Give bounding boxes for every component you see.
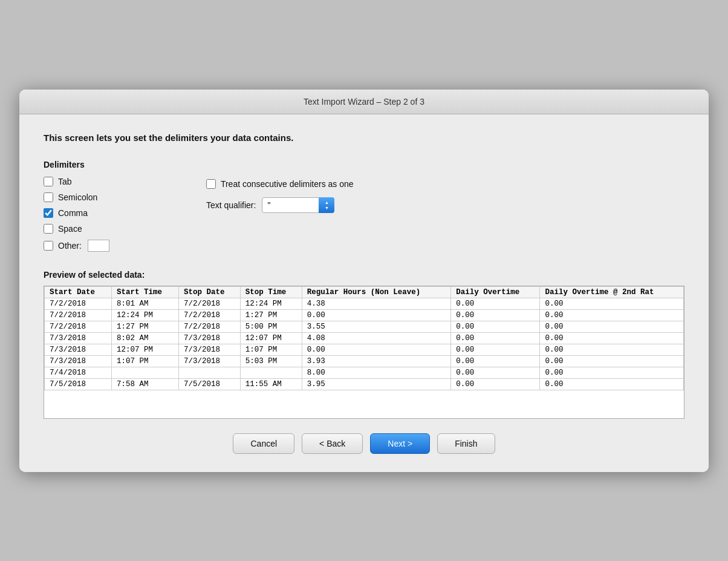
back-button[interactable]: < Back <box>302 433 363 454</box>
table-row: 7/3/20188:02 AM7/3/201812:07 PM4.080.000… <box>45 332 684 344</box>
wizard-window: Text Import Wizard – Step 2 of 3 This sc… <box>19 90 709 472</box>
col-daily-ot-2nd: Daily Overtime @ 2nd Rat <box>540 286 684 298</box>
col-start-date: Start Date <box>45 286 112 298</box>
consecutive-checkbox[interactable] <box>206 179 216 189</box>
table-row: 7/3/20181:07 PM7/3/20185:03 PM3.930.000.… <box>45 355 684 367</box>
col-stop-date: Stop Date <box>178 286 240 298</box>
button-row: Cancel < Back Next > Finish <box>44 433 684 454</box>
table-row: 7/3/201812:07 PM7/3/20181:07 PM0.000.000… <box>45 344 684 355</box>
space-row: Space <box>44 224 109 234</box>
titlebar: Text Import Wizard – Step 2 of 3 <box>19 90 709 114</box>
space-checkbox[interactable] <box>44 224 53 234</box>
preview-table: Start Date Start Time Stop Date Stop Tim… <box>44 286 684 390</box>
table-row: 7/2/201812:24 PM7/2/20181:27 PM0.000.000… <box>45 309 684 321</box>
delimiters-section-label: Delimiters <box>44 160 684 169</box>
comma-checkbox[interactable] <box>44 208 53 218</box>
semicolon-checkbox[interactable] <box>44 192 53 202</box>
description-text: This screen lets you set the delimiters … <box>44 133 684 143</box>
delimiter-right-options: Treat consecutive delimiters as one Text… <box>206 179 354 252</box>
space-label[interactable]: Space <box>58 224 82 234</box>
tab-row: Tab <box>44 177 109 186</box>
qualifier-select-wrapper: " ' {none} <box>262 197 334 213</box>
col-daily-ot: Daily Overtime <box>451 286 540 298</box>
preview-box[interactable]: Start Date Start Time Stop Date Stop Tim… <box>44 286 684 419</box>
preview-label: Preview of selected data: <box>44 270 684 280</box>
table-row: 7/2/20188:01 AM7/2/201812:24 PM4.380.000… <box>45 298 684 309</box>
col-start-time: Start Time <box>111 286 178 298</box>
table-header-row: Start Date Start Time Stop Date Stop Tim… <box>45 286 684 298</box>
preview-section: Preview of selected data: Start Date Sta… <box>44 270 684 419</box>
other-checkbox[interactable] <box>44 241 53 251</box>
other-row: Other: <box>44 240 109 252</box>
consecutive-label[interactable]: Treat consecutive delimiters as one <box>221 179 354 189</box>
qualifier-label: Text qualifier: <box>206 200 256 210</box>
next-button[interactable]: Next > <box>370 433 430 454</box>
window-content: This screen lets you set the delimiters … <box>19 114 709 472</box>
other-label[interactable]: Other: <box>58 241 82 251</box>
col-stop-time: Stop Time <box>240 286 302 298</box>
delimiters-section: Tab Semicolon Comma Space Other: <box>44 177 684 252</box>
tab-label[interactable]: Tab <box>58 177 72 186</box>
tab-checkbox[interactable] <box>44 177 53 186</box>
window-title: Text Import Wizard – Step 2 of 3 <box>304 97 424 107</box>
qualifier-select[interactable]: " ' {none} <box>262 197 334 213</box>
comma-row: Comma <box>44 208 109 218</box>
consecutive-row: Treat consecutive delimiters as one <box>206 179 354 189</box>
delimiter-checkboxes: Tab Semicolon Comma Space Other: <box>44 177 109 252</box>
table-row: 7/5/20187:58 AM7/5/201811:55 AM3.950.000… <box>45 378 684 390</box>
col-regular-hours: Regular Hours (Non Leave) <box>302 286 451 298</box>
text-qualifier-row: Text qualifier: " ' {none} <box>206 197 354 213</box>
other-text-input[interactable] <box>88 240 109 252</box>
cancel-button[interactable]: Cancel <box>233 433 294 454</box>
semicolon-label[interactable]: Semicolon <box>58 192 97 202</box>
semicolon-row: Semicolon <box>44 192 109 202</box>
table-row: 7/4/20188.000.000.00 <box>45 367 684 378</box>
comma-label[interactable]: Comma <box>58 208 88 218</box>
table-row: 7/2/20181:27 PM7/2/20185:00 PM3.550.000.… <box>45 321 684 332</box>
finish-button[interactable]: Finish <box>437 433 495 454</box>
